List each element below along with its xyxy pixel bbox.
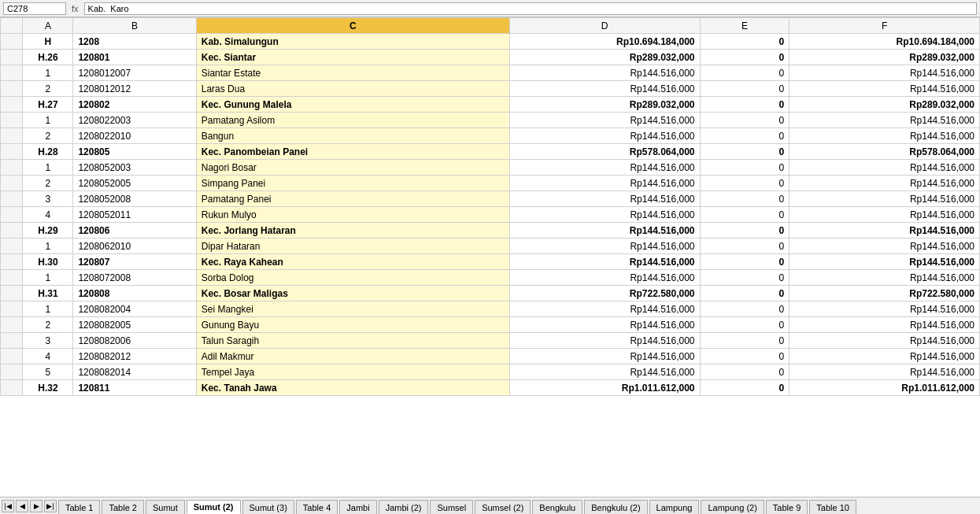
sheet-tab-bengkulu-(2)[interactable]: Bengkulu (2) [584, 500, 647, 514]
cell-c[interactable]: Simpang Panei [196, 176, 509, 191]
cell-b[interactable]: 1208052008 [73, 191, 196, 207]
cell-d[interactable]: Rp722.580,000 [509, 286, 700, 301]
cell-b[interactable]: 1208012007 [73, 65, 196, 81]
tab-nav-next[interactable]: ▶ [30, 500, 43, 512]
cell-b[interactable]: 1208052003 [73, 160, 196, 176]
sheet-tab-table-10[interactable]: Table 10 [809, 500, 856, 514]
cell-d[interactable]: Rp144.516,000 [509, 191, 700, 207]
sheet-tab-sumut[interactable]: Sumut [146, 500, 185, 514]
cell-d[interactable]: Rp144.516,000 [509, 254, 700, 270]
cell-e[interactable]: 0 [700, 333, 790, 349]
cell-a[interactable]: H.29 [23, 223, 73, 239]
cell-c[interactable]: Kec. Bosar Maligas [196, 286, 509, 301]
cell-d[interactable]: Rp144.516,000 [509, 128, 700, 144]
sheet-tab-sumut-(3)[interactable]: Sumut (3) [242, 500, 294, 514]
cell-b[interactable]: 1208082005 [73, 317, 196, 333]
cell-a[interactable]: 4 [23, 207, 73, 223]
cell-e[interactable]: 0 [700, 380, 790, 396]
cell-a[interactable]: 1 [23, 239, 73, 254]
cell-c[interactable]: Rukun Mulyo [196, 207, 509, 223]
cell-a[interactable]: H.32 [23, 380, 73, 396]
cell-a[interactable]: 1 [23, 160, 73, 176]
sheet-tab-jambi-(2)[interactable]: Jambi (2) [379, 500, 429, 514]
cell-d[interactable]: Rp144.516,000 [509, 223, 700, 239]
cell-d[interactable]: Rp289.032,000 [509, 50, 700, 65]
cell-e[interactable]: 0 [700, 364, 790, 380]
cell-d[interactable]: Rp144.516,000 [509, 364, 700, 380]
cell-f[interactable]: Rp144.516,000 [790, 317, 980, 333]
cell-d[interactable]: Rp144.516,000 [509, 317, 700, 333]
cell-f[interactable]: Rp578.064,000 [790, 144, 980, 160]
cell-c[interactable]: Kec. Jorlang Hataran [196, 223, 509, 239]
cell-c[interactable]: Kec. Raya Kahean [196, 254, 509, 270]
cell-b[interactable]: 1208082014 [73, 364, 196, 380]
cell-e[interactable]: 0 [700, 270, 790, 286]
cell-e[interactable]: 0 [700, 301, 790, 317]
cell-b[interactable]: 120802 [73, 97, 196, 113]
cell-b[interactable]: 120807 [73, 254, 196, 270]
cell-a[interactable]: H.27 [23, 97, 73, 113]
cell-d[interactable]: Rp144.516,000 [509, 333, 700, 349]
tab-nav-prev[interactable]: ◀ [16, 500, 28, 512]
col-header-b[interactable]: B [73, 18, 196, 34]
sheet-tab-sumsel-(2)[interactable]: Sumsel (2) [475, 500, 531, 514]
sheet-tab-jambi[interactable]: Jambi [339, 500, 376, 514]
cell-c[interactable]: Kab. Simalungun [196, 34, 509, 50]
col-header-c[interactable]: C [196, 18, 509, 34]
cell-a[interactable]: 2 [23, 317, 73, 333]
cell-f[interactable]: Rp144.516,000 [790, 349, 980, 364]
sheet-tab-table-9[interactable]: Table 9 [766, 500, 808, 514]
cell-f[interactable]: Rp144.516,000 [790, 176, 980, 191]
tab-nav-first[interactable]: |◀ [2, 500, 14, 512]
cell-a[interactable]: 5 [23, 364, 73, 380]
cell-c[interactable]: Sei Mangkei [196, 301, 509, 317]
cell-e[interactable]: 0 [700, 113, 790, 128]
cell-e[interactable]: 0 [700, 176, 790, 191]
cell-reference-input[interactable] [3, 2, 66, 15]
cell-b[interactable]: 1208082006 [73, 333, 196, 349]
cell-c[interactable]: Tempel Jaya [196, 364, 509, 380]
cell-a[interactable]: 2 [23, 176, 73, 191]
cell-c[interactable]: Dipar Hataran [196, 239, 509, 254]
cell-b[interactable]: 120801 [73, 50, 196, 65]
cell-e[interactable]: 0 [700, 97, 790, 113]
cell-f[interactable]: Rp144.516,000 [790, 81, 980, 97]
cell-d[interactable]: Rp144.516,000 [509, 160, 700, 176]
cell-b[interactable]: 1208082004 [73, 301, 196, 317]
sheet-tab-table-4[interactable]: Table 4 [296, 500, 338, 514]
sheet-tab-table-1[interactable]: Table 1 [58, 500, 100, 514]
cell-a[interactable]: 1 [23, 113, 73, 128]
cell-b[interactable]: 1208022003 [73, 113, 196, 128]
cell-a[interactable]: 3 [23, 191, 73, 207]
cell-f[interactable]: Rp144.516,000 [790, 207, 980, 223]
cell-f[interactable]: Rp144.516,000 [790, 239, 980, 254]
cell-c[interactable]: Sorba Dolog [196, 270, 509, 286]
tab-nav-last[interactable]: ▶| [44, 500, 57, 512]
cell-e[interactable]: 0 [700, 239, 790, 254]
cell-f[interactable]: Rp144.516,000 [790, 65, 980, 81]
cell-f[interactable]: Rp144.516,000 [790, 128, 980, 144]
cell-d[interactable]: Rp144.516,000 [509, 207, 700, 223]
cell-c[interactable]: Kec. Tanah Jawa [196, 380, 509, 396]
cell-e[interactable]: 0 [700, 254, 790, 270]
cell-f[interactable]: Rp144.516,000 [790, 191, 980, 207]
cell-d[interactable]: Rp289.032,000 [509, 97, 700, 113]
cell-e[interactable]: 0 [700, 144, 790, 160]
sheet-tab-sumsel[interactable]: Sumsel [430, 500, 473, 514]
cell-d[interactable]: Rp144.516,000 [509, 270, 700, 286]
cell-f[interactable]: Rp144.516,000 [790, 223, 980, 239]
cell-e[interactable]: 0 [700, 223, 790, 239]
cell-f[interactable]: Rp289.032,000 [790, 50, 980, 65]
cell-e[interactable]: 0 [700, 207, 790, 223]
col-header-a[interactable]: A [23, 18, 73, 34]
cell-d[interactable]: Rp578.064,000 [509, 144, 700, 160]
cell-b[interactable]: 1208022010 [73, 128, 196, 144]
cell-f[interactable]: Rp144.516,000 [790, 160, 980, 176]
cell-e[interactable]: 0 [700, 65, 790, 81]
cell-d[interactable]: Rp144.516,000 [509, 113, 700, 128]
cell-b[interactable]: 1208 [73, 34, 196, 50]
cell-a[interactable]: 4 [23, 349, 73, 364]
cell-b[interactable]: 1208082012 [73, 349, 196, 364]
cell-b[interactable]: 1208052005 [73, 176, 196, 191]
cell-b[interactable]: 1208052011 [73, 207, 196, 223]
